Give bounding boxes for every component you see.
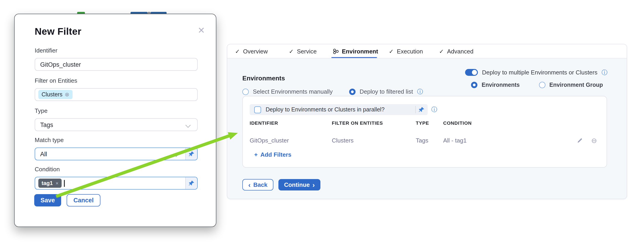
type-select[interactable]: Tags bbox=[35, 118, 198, 131]
pin-icon bbox=[188, 151, 194, 157]
add-filters-label: Add Filters bbox=[260, 151, 292, 158]
remove-row-icon[interactable]: ⊖ bbox=[591, 137, 597, 144]
check-icon: ✓ bbox=[235, 48, 240, 55]
active-tab-underline bbox=[331, 57, 377, 58]
col-identifier: IDENTIFIER bbox=[250, 120, 332, 126]
tab-execution[interactable]: ✓ Execution bbox=[389, 44, 423, 58]
continue-button-label: Continue bbox=[284, 181, 310, 188]
save-button[interactable]: Save bbox=[34, 194, 61, 206]
tab-service[interactable]: ✓ Service bbox=[289, 44, 317, 58]
close-icon[interactable]: ✕ bbox=[198, 26, 205, 35]
radio-environment-group[interactable] bbox=[539, 82, 545, 88]
filter-on-entities-input[interactable]: Clusters ⊗ bbox=[35, 88, 198, 101]
tab-advanced[interactable]: ✓ Advanced bbox=[439, 44, 474, 58]
cell-filter-on-entities: Clusters bbox=[332, 137, 416, 144]
tag-remove-icon[interactable]: × bbox=[56, 180, 58, 186]
back-button-label: Back bbox=[253, 181, 268, 188]
radio-deploy-filtered-label: Deploy to filtered list bbox=[360, 88, 413, 95]
filters-table-header: IDENTIFIER FILTER ON ENTITIES TYPE CONDI… bbox=[250, 120, 600, 126]
add-filters-button[interactable]: + Add Filters bbox=[254, 151, 292, 158]
save-button-label: Save bbox=[40, 197, 55, 204]
radio-environments-label: Environments bbox=[482, 82, 520, 88]
new-filter-dialog: New Filter ✕ Identifier GitOps_cluster F… bbox=[14, 14, 216, 227]
chevron-right-icon: › bbox=[312, 181, 315, 188]
radio-environments[interactable] bbox=[471, 82, 478, 88]
pin-button[interactable] bbox=[185, 177, 197, 189]
deploy-mode-radios: Select Environments manually Deploy to f… bbox=[242, 88, 423, 95]
match-type-label: Match type bbox=[35, 137, 64, 143]
clusters-chip[interactable]: Clusters ⊗ bbox=[38, 90, 72, 99]
tab-label: Service bbox=[297, 48, 317, 55]
filter-on-entities-label: Filter on Entities bbox=[35, 77, 77, 84]
radio-deploy-filtered[interactable] bbox=[349, 88, 356, 95]
match-type-select[interactable]: All bbox=[35, 148, 198, 160]
radio-select-manually-label: Select Environments manually bbox=[253, 88, 333, 95]
tag1-chip-label: tag1 bbox=[42, 180, 53, 186]
tab-environment[interactable]: Environment bbox=[333, 44, 378, 58]
col-condition: CONDITION bbox=[443, 120, 560, 126]
divider bbox=[415, 106, 416, 113]
identifier-value: GitOps_cluster bbox=[40, 61, 81, 68]
chevron-down-icon bbox=[174, 152, 179, 157]
pin-button[interactable] bbox=[185, 148, 197, 160]
filters-card: Deploy to Environments or Clusters in pa… bbox=[242, 96, 607, 168]
environments-heading: Environments bbox=[242, 75, 285, 82]
multi-env-toggle-row: Deploy to multiple Environments or Clust… bbox=[465, 69, 608, 76]
parallel-checkbox[interactable] bbox=[254, 106, 261, 113]
multi-env-toggle[interactable] bbox=[465, 69, 478, 76]
col-type: TYPE bbox=[416, 120, 443, 126]
info-icon[interactable]: ⓘ bbox=[417, 89, 423, 95]
wizard-tabbar: ✓ Overview ✓ Service Environment ✓ Execu… bbox=[227, 44, 627, 59]
tag1-chip[interactable]: tag1 × bbox=[38, 179, 62, 188]
table-row[interactable]: GitOps_cluster Clusters Tags All - tag1 … bbox=[250, 135, 600, 146]
parallel-option-strip: Deploy to Environments or Clusters in pa… bbox=[250, 104, 428, 115]
back-button[interactable]: ‹ Back bbox=[242, 179, 274, 190]
cell-identifier: GitOps_cluster bbox=[250, 137, 332, 144]
multi-env-toggle-label: Deploy to multiple Environments or Clust… bbox=[482, 69, 598, 76]
env-target-radios: Environments Environment Group bbox=[471, 82, 603, 88]
tab-label: Environment bbox=[342, 48, 378, 55]
tab-overview[interactable]: ✓ Overview bbox=[235, 44, 268, 58]
type-label: Type bbox=[35, 107, 48, 114]
pin-icon bbox=[188, 180, 194, 186]
chevron-left-icon: ‹ bbox=[248, 181, 250, 188]
radio-environment-group-label: Environment Group bbox=[549, 82, 603, 88]
match-type-value: All bbox=[40, 150, 47, 157]
check-icon: ✓ bbox=[289, 48, 294, 55]
condition-label: Condition bbox=[35, 166, 60, 173]
identifier-input[interactable]: GitOps_cluster bbox=[35, 58, 198, 71]
type-value: Tags bbox=[40, 121, 53, 128]
cancel-button-label: Cancel bbox=[74, 197, 94, 204]
col-filter-on-entities: FILTER ON ENTITIES bbox=[332, 120, 416, 126]
pin-button[interactable] bbox=[418, 107, 424, 113]
plus-icon: + bbox=[254, 151, 258, 158]
identifier-label: Identifier bbox=[35, 47, 58, 54]
text-cursor bbox=[64, 180, 64, 187]
cancel-button[interactable]: Cancel bbox=[67, 194, 100, 206]
continue-button[interactable]: Continue › bbox=[278, 179, 320, 190]
check-icon: ✓ bbox=[439, 48, 444, 55]
edit-pencil-icon[interactable] bbox=[577, 137, 583, 143]
tab-label: Advanced bbox=[447, 48, 474, 55]
condition-input[interactable]: tag1 × bbox=[35, 177, 198, 189]
toggle-knob bbox=[472, 70, 477, 75]
pin-icon bbox=[418, 107, 424, 113]
tab-label: Execution bbox=[397, 48, 423, 55]
cell-condition: All - tag1 bbox=[443, 137, 560, 144]
check-icon: ✓ bbox=[389, 48, 394, 55]
environment-step-panel: ✓ Overview ✓ Service Environment ✓ Execu… bbox=[227, 44, 627, 199]
parallel-checkbox-label: Deploy to Environments or Clusters in pa… bbox=[266, 106, 415, 113]
environment-icon bbox=[333, 48, 339, 54]
tab-label: Overview bbox=[243, 48, 268, 55]
chip-remove-icon[interactable]: ⊗ bbox=[65, 91, 69, 98]
cell-type: Tags bbox=[416, 137, 443, 144]
radio-select-manually[interactable] bbox=[242, 88, 249, 95]
clusters-chip-label: Clusters bbox=[42, 91, 62, 98]
chevron-down-icon bbox=[186, 123, 191, 128]
info-icon[interactable]: ⓘ bbox=[602, 69, 608, 75]
info-icon[interactable]: ⓘ bbox=[431, 106, 437, 112]
dialog-title: New Filter bbox=[35, 26, 82, 37]
